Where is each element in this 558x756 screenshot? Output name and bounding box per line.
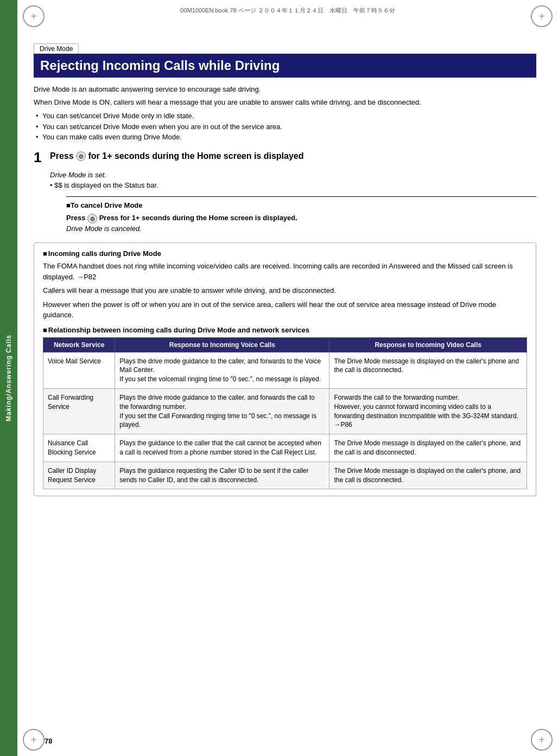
network-table: Network Service Response to Incoming Voi…: [43, 337, 527, 490]
cancel-block: ■To cancel Drive Mode Press ⊙ Press for …: [66, 196, 536, 234]
info-box-title-1: Incoming calls during Drive Mode: [43, 249, 527, 258]
step-1-text: Press ⊙ for 1+ seconds during the Home s…: [50, 150, 304, 162]
table-cell-voice: Plays the guidance requesting the Caller…: [115, 462, 329, 489]
col-header-network-service: Network Service: [43, 337, 115, 352]
corner-br-decoration: [531, 729, 553, 751]
table-cell-video: The Drive Mode message is displayed on t…: [329, 352, 527, 388]
table-cell-video: The Drive Mode message is displayed on t…: [329, 434, 527, 462]
step-detail-line-1: Drive Mode is set.: [50, 170, 536, 181]
table-row: Voice Mail ServicePlays the drive mode g…: [43, 352, 527, 388]
cancel-result: Drive Mode is canceled.: [66, 223, 536, 234]
info-box: Incoming calls during Drive Mode The FOM…: [34, 242, 536, 496]
table-cell-voice: Plays the drive mode guidance to the cal…: [115, 388, 329, 434]
bullet-item-3: You can make calls even during Drive Mod…: [34, 132, 536, 143]
table-cell-video: The Drive Mode message is displayed on t…: [329, 462, 527, 489]
relationship-title: Relationship between incoming calls duri…: [43, 326, 527, 334]
section-tag: Drive Mode: [34, 43, 79, 54]
sidebar-label: Making/Answering Calls: [5, 335, 12, 421]
table-cell-service: Voice Mail Service: [43, 352, 115, 388]
end-key-cancel-icon: ⊙: [87, 214, 97, 223]
intro-line-2: When Drive Mode is ON, callers will hear…: [34, 97, 536, 108]
info-box-body-1c: However when the power is off or when yo…: [43, 299, 527, 321]
step-detail-line-2: • $$ is displayed on the Status bar.: [50, 180, 536, 191]
table-header-row: Network Service Response to Incoming Voi…: [43, 337, 527, 352]
main-content: 00M1000EN.book 78 ページ ２００４年１１月２４日 水曜日 午前…: [17, 0, 558, 756]
table-cell-service: Nuisance Call Blocking Service: [43, 434, 115, 462]
step-1-detail: Drive Mode is set. • $$ is displayed on …: [50, 170, 536, 234]
table-row: Caller ID Display Request ServicePlays t…: [43, 462, 527, 489]
bullet-item-1: You can set/cancel Drive Mode only in id…: [34, 111, 536, 121]
col-header-voice-calls: Response to Incoming Voice Calls: [115, 337, 329, 352]
step-number-1: 1: [34, 150, 45, 164]
end-key-icon: ⊙: [76, 151, 86, 161]
cancel-title: ■To cancel Drive Mode: [66, 200, 536, 211]
table-row: Nuisance Call Blocking ServicePlays the …: [43, 434, 527, 462]
page-number: 78: [45, 737, 52, 745]
corner-tl-decoration: [23, 5, 45, 27]
table-row: Call Forwarding ServicePlays the drive m…: [43, 388, 527, 434]
bullet-item-2: You can set/cancel Drive Mode even when …: [34, 121, 536, 132]
sidebar: Making/Answering Calls: [0, 0, 17, 756]
info-box-body-1b: Callers will hear a message that you are…: [43, 285, 527, 296]
table-cell-voice: Plays the guidance to the caller that th…: [115, 434, 329, 462]
page-title: Rejecting Incoming Calls while Driving: [40, 58, 530, 73]
cancel-instruction: Press ⊙ Press for 1+ seconds during the …: [66, 213, 536, 223]
step-1-row: 1 Press ⊙ for 1+ seconds during the Home…: [34, 150, 536, 164]
file-info: 00M1000EN.book 78 ページ ２００４年１１月２４日 水曜日 午前…: [50, 7, 525, 15]
corner-bl-decoration: [23, 729, 45, 751]
section-header-box: Rejecting Incoming Calls while Driving: [34, 54, 536, 78]
corner-tr-decoration: [531, 5, 553, 27]
table-cell-voice: Plays the drive mode guidance to the cal…: [115, 352, 329, 388]
intro-line-1: Drive Mode is an automatic answering ser…: [34, 84, 536, 95]
table-cell-service: Call Forwarding Service: [43, 388, 115, 434]
info-box-body-1a: The FOMA handset does not ring while inc…: [43, 261, 527, 282]
bullet-list: You can set/cancel Drive Mode only in id…: [34, 111, 536, 143]
table-cell-service: Caller ID Display Request Service: [43, 462, 115, 489]
table-cell-video: Forwards the call to the forwarding numb…: [329, 388, 527, 434]
col-header-video-calls: Response to Incoming Video Calls: [329, 337, 527, 352]
